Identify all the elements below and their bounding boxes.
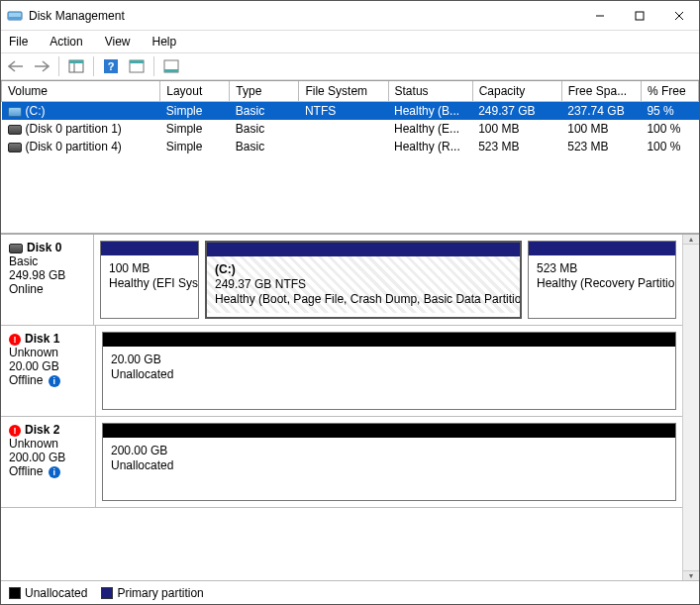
volume-name: (Disk 0 partition 1) <box>26 122 122 136</box>
col-capacity[interactable]: Capacity <box>472 81 561 102</box>
drive-icon <box>8 143 22 152</box>
partition-header <box>101 242 198 255</box>
close-button[interactable] <box>659 1 699 30</box>
table-row[interactable]: (C:)SimpleBasicNTFSHealthy (B...249.37 G… <box>2 102 699 121</box>
col-layout[interactable]: Layout <box>160 81 230 102</box>
partition-primary[interactable]: (C:)249.37 GB NTFSHealthy (Boot, Page Fi… <box>205 241 522 319</box>
svg-rect-7 <box>69 60 83 63</box>
volume-pfree: 95 % <box>641 102 698 121</box>
volume-type: Basic <box>230 102 299 121</box>
partition-header <box>103 424 675 438</box>
partition-size: 100 MB <box>109 261 150 275</box>
titlebar[interactable]: Disk Management <box>1 1 699 31</box>
col-fs[interactable]: File System <box>299 81 388 102</box>
help-button[interactable]: ? <box>100 55 122 77</box>
disk-size: 249.98 GB <box>9 268 85 282</box>
volume-capacity: 249.37 GB <box>472 102 561 121</box>
volume-status: Healthy (R... <box>388 138 472 155</box>
volume-status: Healthy (E... <box>388 120 472 138</box>
disk-name: Disk 0 <box>27 241 61 254</box>
volume-list-pane: Volume Layout Type File System Status Ca… <box>1 81 699 235</box>
info-icon: i <box>49 375 60 387</box>
disk-state: Offline <box>9 464 43 478</box>
minimize-button[interactable] <box>580 1 620 30</box>
col-free[interactable]: Free Spa... <box>561 81 641 102</box>
menu-view[interactable]: View <box>101 33 135 50</box>
volume-status: Healthy (B... <box>388 102 472 121</box>
svg-rect-3 <box>636 12 644 20</box>
settings-bottom-button[interactable] <box>160 55 182 77</box>
legend-unallocated: Unallocated <box>25 586 87 600</box>
partition-primary[interactable]: 523 MBHealthy (Recovery Partition <box>528 241 676 319</box>
drive-icon <box>8 125 22 135</box>
col-pfree[interactable]: % Free <box>641 81 698 102</box>
disk-type: Unknown <box>9 437 87 451</box>
disk-map-pane: Disk 0Basic249.98 GBOnline 100 MBHealthy… <box>1 235 699 580</box>
volume-table[interactable]: Volume Layout Type File System Status Ca… <box>1 81 699 155</box>
legend-swatch-primary <box>101 587 113 599</box>
partition-status: Healthy (Boot, Page File, Crash Dump, Ba… <box>215 292 520 306</box>
vertical-scrollbar[interactable] <box>682 235 699 580</box>
table-row[interactable]: (Disk 0 partition 4)SimpleBasicHealthy (… <box>2 138 699 155</box>
disk-management-window: Disk Management File Action View Help ? <box>0 0 700 605</box>
col-status[interactable]: Status <box>388 81 472 102</box>
partition-header <box>529 242 675 255</box>
partition-size: 249.37 GB NTFS <box>215 277 306 291</box>
disk-name: Disk 2 <box>25 423 59 437</box>
svg-rect-12 <box>130 60 144 63</box>
volume-layout: Simple <box>160 138 230 155</box>
svg-rect-1 <box>8 17 22 20</box>
disk-state: Offline <box>9 373 43 387</box>
legend-swatch-unallocated <box>9 587 21 599</box>
disk-info[interactable]: !Disk 1Unknown20.00 GBOffline i <box>1 326 96 416</box>
disk-row: !Disk 1Unknown20.00 GBOffline i20.00 GBU… <box>1 326 682 417</box>
info-icon: i <box>49 466 60 478</box>
error-icon: ! <box>9 334 21 346</box>
partition-status: Healthy (EFI System <box>109 276 198 290</box>
volume-type: Basic <box>230 138 299 155</box>
volume-name: (Disk 0 partition 4) <box>26 140 122 153</box>
partition-title: (C:) <box>215 262 236 276</box>
disk-name: Disk 1 <box>25 332 59 346</box>
maximize-button[interactable] <box>620 1 659 30</box>
disk-type: Unknown <box>9 346 87 359</box>
partition-unallocated[interactable]: 20.00 GBUnallocated <box>102 332 676 410</box>
window-title: Disk Management <box>29 9 580 23</box>
drive-icon <box>9 244 23 253</box>
partition-unallocated[interactable]: 200.00 GBUnallocated <box>102 423 676 501</box>
volume-free: 237.74 GB <box>561 102 641 121</box>
disk-size: 20.00 GB <box>9 359 87 373</box>
volume-fs <box>299 120 388 138</box>
menu-action[interactable]: Action <box>46 33 86 50</box>
disk-row: Disk 0Basic249.98 GBOnline 100 MBHealthy… <box>1 235 682 326</box>
volume-type: Basic <box>230 120 299 138</box>
disk-state: Online <box>9 282 44 296</box>
partition-primary[interactable]: 100 MBHealthy (EFI System <box>100 241 199 319</box>
disk-info[interactable]: Disk 0Basic249.98 GBOnline <box>1 235 94 325</box>
show-hide-console-tree-button[interactable] <box>65 55 87 77</box>
forward-button[interactable] <box>31 55 52 77</box>
svg-text:?: ? <box>108 60 115 72</box>
menu-help[interactable]: Help <box>149 33 181 50</box>
settings-top-button[interactable] <box>126 55 148 77</box>
menu-file[interactable]: File <box>5 33 32 50</box>
partition-size: 523 MB <box>537 261 577 275</box>
col-volume[interactable]: Volume <box>2 81 160 102</box>
partition-size: 20.00 GB <box>111 353 161 366</box>
col-type[interactable]: Type <box>230 81 299 102</box>
volume-fs: NTFS <box>299 102 388 121</box>
toolbar: ? <box>1 52 699 80</box>
app-icon <box>7 8 23 24</box>
disk-info[interactable]: !Disk 2Unknown200.00 GBOffline i <box>1 417 96 507</box>
volume-layout: Simple <box>160 102 230 121</box>
volume-name: (C:) <box>26 104 46 118</box>
back-button[interactable] <box>5 55 27 77</box>
disk-partitions: 20.00 GBUnallocated <box>96 326 682 416</box>
table-row[interactable]: (Disk 0 partition 1)SimpleBasicHealthy (… <box>2 120 699 138</box>
menubar: File Action View Help <box>1 31 699 52</box>
volume-pfree: 100 % <box>641 120 698 138</box>
partition-header <box>103 333 675 347</box>
disk-size: 200.00 GB <box>9 451 87 464</box>
disk-type: Basic <box>9 254 85 268</box>
error-icon: ! <box>9 425 21 437</box>
